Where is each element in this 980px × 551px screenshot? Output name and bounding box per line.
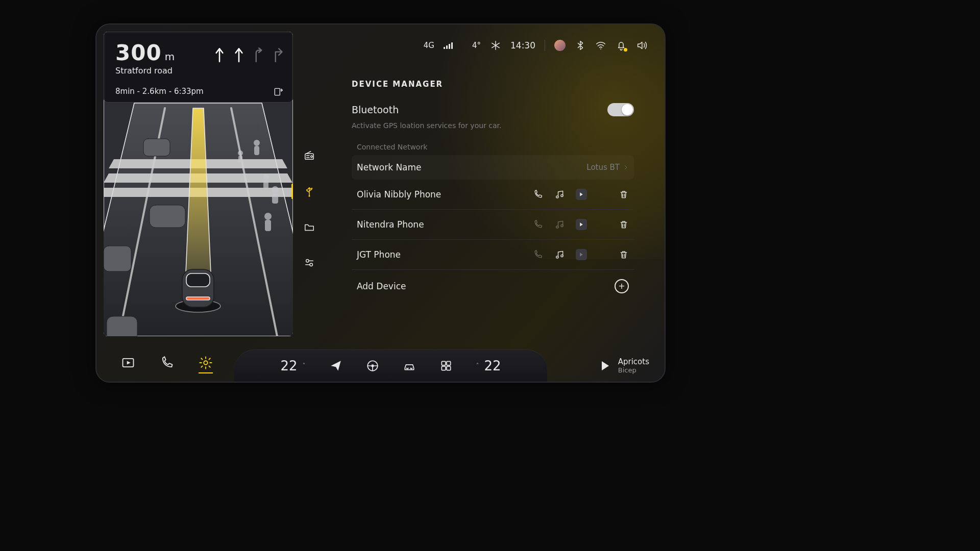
phone-app-button[interactable] <box>160 356 174 370</box>
climate-bar: 22 ˄ ˄ 22 <box>234 349 547 382</box>
svg-rect-20 <box>265 220 271 231</box>
svg-rect-25 <box>186 273 210 287</box>
bell-icon[interactable] <box>616 40 627 51</box>
add-device-label: Add Device <box>357 281 406 291</box>
nav-eta: 8min - 2.6km - 6:33pm <box>115 87 204 96</box>
device-name: Nitendra Phone <box>357 219 424 230</box>
bluetooth-label: Bluetooth <box>352 104 399 115</box>
panel-title: DEVICE MANAGER <box>352 80 634 89</box>
nav-info-card: 300 m Stratford road 8min - 2.6km - 6:33… <box>104 32 293 103</box>
trash-icon[interactable] <box>619 189 629 199</box>
cellular-label: 4G <box>424 41 434 50</box>
svg-rect-9 <box>143 139 170 156</box>
music-icon[interactable] <box>554 189 565 199</box>
phone-icon[interactable] <box>533 219 543 230</box>
svg-rect-45 <box>442 361 446 365</box>
chevron-up-icon: ˄ <box>476 362 479 369</box>
connected-network-label: Connected Network <box>357 143 634 151</box>
play-icon[interactable] <box>602 361 609 370</box>
phone-icon[interactable] <box>533 189 543 199</box>
tune-tab[interactable] <box>301 254 318 271</box>
svg-rect-14 <box>254 146 259 155</box>
device-row[interactable]: JGT Phone <box>352 240 634 270</box>
clock: 14:30 <box>510 40 535 51</box>
carplay-icon[interactable] <box>576 249 587 260</box>
music-icon[interactable] <box>554 249 565 260</box>
signal-icon <box>444 42 453 49</box>
svg-point-33 <box>306 260 309 262</box>
source-rail <box>301 147 318 271</box>
svg-rect-27 <box>275 88 280 95</box>
svg-point-21 <box>238 151 243 156</box>
bluetooth-icon[interactable] <box>575 40 586 51</box>
track-artist: Bicep <box>618 366 649 374</box>
volume-icon[interactable] <box>636 40 647 51</box>
device-row[interactable]: Nitendra Phone <box>352 210 634 240</box>
expand-icon[interactable] <box>273 87 283 97</box>
bluetooth-toggle[interactable] <box>607 103 634 116</box>
svg-point-38 <box>561 224 563 227</box>
svg-point-29 <box>311 156 313 158</box>
outside-temp: 4° <box>472 41 481 50</box>
svg-rect-48 <box>447 366 451 370</box>
svg-rect-12 <box>107 316 137 336</box>
radio-tab[interactable] <box>301 147 318 164</box>
chevron-right-icon <box>623 164 629 170</box>
car-icon[interactable] <box>403 359 416 372</box>
svg-point-13 <box>254 140 260 146</box>
svg-point-17 <box>272 186 279 193</box>
carplay-icon[interactable] <box>576 219 587 230</box>
plus-circle-icon: + <box>615 279 629 293</box>
svg-rect-26 <box>186 297 210 300</box>
nav-distance-unit: m <box>165 51 175 63</box>
usb-tab[interactable] <box>301 183 318 200</box>
svg-point-36 <box>561 194 563 196</box>
track-title: Apricots <box>618 357 649 366</box>
svg-rect-22 <box>238 156 242 163</box>
steering-icon[interactable] <box>366 359 379 372</box>
network-name-label: Network Name <box>357 162 422 172</box>
svg-point-30 <box>309 195 310 197</box>
carplay-icon[interactable] <box>576 189 587 200</box>
device-name: JGT Phone <box>357 249 401 260</box>
status-bar: 4G 4° 14:30 <box>424 40 647 51</box>
driver-temp[interactable]: 22 ˄ <box>280 358 305 373</box>
passenger-temp[interactable]: ˄ 22 <box>476 358 501 373</box>
device-name: Olivia Nibbly Phone <box>357 189 441 199</box>
avatar[interactable] <box>554 40 566 51</box>
media-app-button[interactable] <box>121 356 135 370</box>
now-playing[interactable]: Apricots Bicep <box>602 350 649 382</box>
folder-tab[interactable] <box>301 218 318 236</box>
svg-point-35 <box>556 196 558 198</box>
nav-distance: 300 <box>115 40 162 65</box>
svg-rect-18 <box>272 193 278 204</box>
apps-grid-icon[interactable] <box>439 359 453 372</box>
svg-rect-47 <box>442 366 446 370</box>
snow-icon <box>490 40 501 51</box>
add-device-row[interactable]: Add Device + <box>352 270 634 303</box>
settings-app-button[interactable] <box>199 356 213 370</box>
navigation-widget[interactable]: 300 m Stratford road 8min - 2.6km - 6:33… <box>104 32 293 336</box>
svg-rect-11 <box>104 246 131 271</box>
bluetooth-row: Bluetooth <box>352 103 634 116</box>
nav-maneuver-icons <box>213 46 284 63</box>
device-row[interactable]: Olivia Nibbly Phone <box>352 180 634 210</box>
infotainment-screen: 4G 4° 14:30 <box>95 23 666 383</box>
trash-icon[interactable] <box>619 249 629 260</box>
svg-point-39 <box>556 256 558 258</box>
wifi-icon[interactable] <box>595 40 606 51</box>
svg-rect-32 <box>311 188 312 189</box>
device-manager-panel: DEVICE MANAGER Bluetooth Activate GPS lo… <box>352 80 634 303</box>
network-row[interactable]: Network Name Lotus BT <box>352 155 634 180</box>
svg-point-15 <box>263 174 269 180</box>
bottom-dock: 22 ˄ ˄ 22 <box>96 344 665 382</box>
music-icon[interactable] <box>554 219 565 230</box>
nav-arrow-icon[interactable] <box>329 359 342 372</box>
nav-street: Stratford road <box>115 66 173 76</box>
trash-icon[interactable] <box>619 219 629 230</box>
svg-rect-16 <box>263 180 268 189</box>
svg-rect-10 <box>150 205 185 228</box>
svg-point-0 <box>600 48 601 49</box>
svg-point-40 <box>561 255 563 257</box>
phone-icon[interactable] <box>533 249 543 260</box>
